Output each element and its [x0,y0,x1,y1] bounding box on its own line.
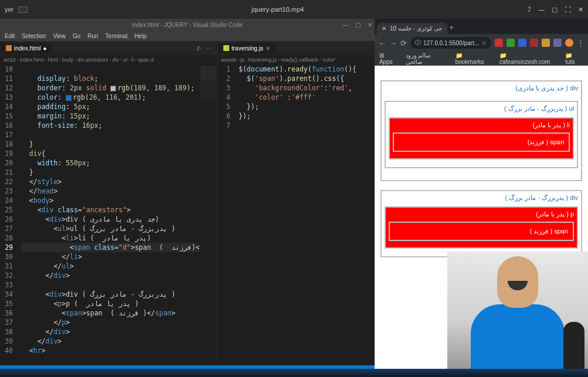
menu-run[interactable]: Run [87,33,98,39]
p-label: p ( پدر یا مادر) [389,210,574,218]
ext-icon-6[interactable] [553,39,562,47]
url-text: 127.0.0.1:5500/part... [423,40,479,46]
menu-terminal[interactable]: Terminal [106,33,128,39]
forward-icon[interactable]: → [389,39,397,47]
maximize-icon[interactable]: ▢ [552,6,558,13]
bookmark-cafe[interactable]: 📁 cafeamoozesh.com [499,52,559,65]
ext-icon-5[interactable] [542,39,550,47]
right-editor: traversing.js ✕ assets› js› traversing.j… [217,41,375,365]
tab-index-html[interactable]: index.html ● [0,43,53,54]
ext-icon-1[interactable] [495,39,503,47]
menu-help[interactable]: Help [134,33,147,39]
menu-icon[interactable]: ⋮ [577,39,584,47]
vscode-maximize-icon[interactable]: ▢ [355,22,361,28]
li-box: li ( پدر یا مادر) span ( فرزند) [389,117,574,159]
tab-modified-icon: ● [43,45,47,52]
div2-label: div ( پدربزرگ - مادر بزرگ ) [385,194,578,202]
left-editor: index.html ● ⫛ ⋯ art10› index.html› html… [0,41,217,365]
vscode-titlebar: index.html - JQUERY - Visual Studio Code… [0,19,375,30]
tab-close-icon[interactable]: ✕ [382,25,386,32]
player-button[interactable] [18,6,28,13]
line-gutter: 10111213 14151617 18192021 22232425 2627… [0,64,19,365]
vscode-minimize-icon[interactable]: — [342,22,348,28]
back-icon[interactable]: ← [378,39,386,47]
vscode-window: index.html - JQUERY - Visual Studio Code… [0,19,375,377]
microphone [563,322,584,369]
tab-traversing-js[interactable]: traversing.js ✕ [217,43,277,54]
ext-icon-2[interactable] [507,39,515,47]
minimize-icon[interactable]: — [538,6,545,13]
star-icon[interactable]: ☆ [481,40,487,46]
bookmark-1[interactable]: سالم ورود صالحی [406,52,448,65]
close-icon[interactable]: ✕ [578,6,583,13]
vscode-title-text: index.html - JQUERY - Visual Studio Code [132,22,242,28]
new-tab-button[interactable]: + [447,21,456,34]
menu-selection[interactable]: Selection [22,33,46,39]
vscode-close-icon[interactable]: ✕ [368,22,372,28]
div1-label: div ( جد پدری یا مادری) [385,84,578,92]
span-box-2: span ( فرزند ) [389,222,574,241]
html-file-icon [6,45,12,51]
line-gutter-right: 123 4567 [217,64,236,365]
span1-label: span ( فرزند) [528,138,564,145]
share-icon[interactable]: ⤴ [528,6,531,13]
ancestor-div-2: div ( پدربزرگ - مادر بزرگ ) p ( پدر یا م… [380,190,582,257]
tab-label: traversing.js [232,45,263,52]
ancestor-div-1: div ( جد پدری یا مادری) ul ( پدربزرگ - م… [380,80,582,181]
more-icon[interactable]: ⋯ [206,45,212,52]
vscode-menubar: Edit Selection View Go Run Terminal Help [0,30,375,41]
menu-view[interactable]: View [53,33,66,39]
player-title: yer [5,6,13,13]
breadcrumb[interactable]: art10› index.html› html› body› div.ances… [0,55,217,64]
p-box: p ( پدر یا مادر) span ( فرزند ) [385,206,578,249]
span2-label: span ( فرزند ) [530,227,568,235]
tab-label: index.html [14,45,41,52]
reload-icon[interactable]: ⟳ [400,39,407,47]
ext-icon-4[interactable] [530,39,538,47]
info-icon[interactable]: ⓘ [415,39,421,47]
bookmark-folder[interactable]: 📁 bookmarks [456,52,492,65]
ext-icon-3[interactable] [518,39,526,47]
li-label: li ( پدر یا مادر) [393,121,570,129]
code-area-right[interactable]: 123 4567 $(document).ready(function(){ $… [217,64,375,365]
apps-button[interactable]: ⊞ Apps [379,52,399,65]
address-bar[interactable]: ⓘ 127.0.0.1:5500/part... ☆ [410,37,491,49]
bookmark-tuts[interactable]: 📁 tuts [565,52,583,65]
profile-icon[interactable] [565,39,573,47]
presenter [471,256,565,369]
windows-taskbar[interactable] [0,369,588,377]
browser-toolbar: ← → ⟳ ⓘ 127.0.0.1:5500/part... ☆ ⋮ [375,34,588,52]
video-filename: jquery-part10.mp4 [28,6,528,13]
webcam-overlay [447,252,588,369]
split-editor-icon[interactable]: ⫛ [196,45,202,52]
video-player-bar: yer jquery-part10.mp4 ⤴ — ▢ ⛶ ✕ [0,0,588,19]
span-box-1: span ( فرزند) [393,133,570,152]
ul-box: ul ( پدربزرگ - مادر بزرگ ) li ( پدر یا م… [385,101,578,168]
code-content-right[interactable]: $(document).ready(function(){ $('span').… [236,64,375,365]
breadcrumb-right[interactable]: assets› js› traversing.js› ready() callb… [217,55,375,64]
browser-tab-title: جی کوئری - جلسه 10 [390,25,443,32]
code-content[interactable]: display: block; border: 2px solid rgb(18… [19,64,217,365]
js-file-icon [223,45,229,51]
code-area-left[interactable]: 10111213 14151617 18192021 22232425 2627… [0,64,217,365]
tab-close-icon[interactable]: ✕ [266,45,270,52]
ul-label: ul ( پدربزرگ - مادر بزرگ ) [389,105,574,113]
minimap[interactable] [199,64,217,365]
bookmark-bar: ⊞ Apps سالم ورود صالحی 📁 bookmarks 📁 caf… [375,52,588,66]
browser-tab[interactable]: جی کوئری - جلسه 10 ✕ [377,23,447,34]
menu-go[interactable]: Go [73,33,80,39]
browser-tabstrip: جی کوئری - جلسه 10 ✕ + [375,19,588,34]
fullscreen-icon[interactable]: ⛶ [565,6,571,13]
menu-edit[interactable]: Edit [5,33,15,39]
